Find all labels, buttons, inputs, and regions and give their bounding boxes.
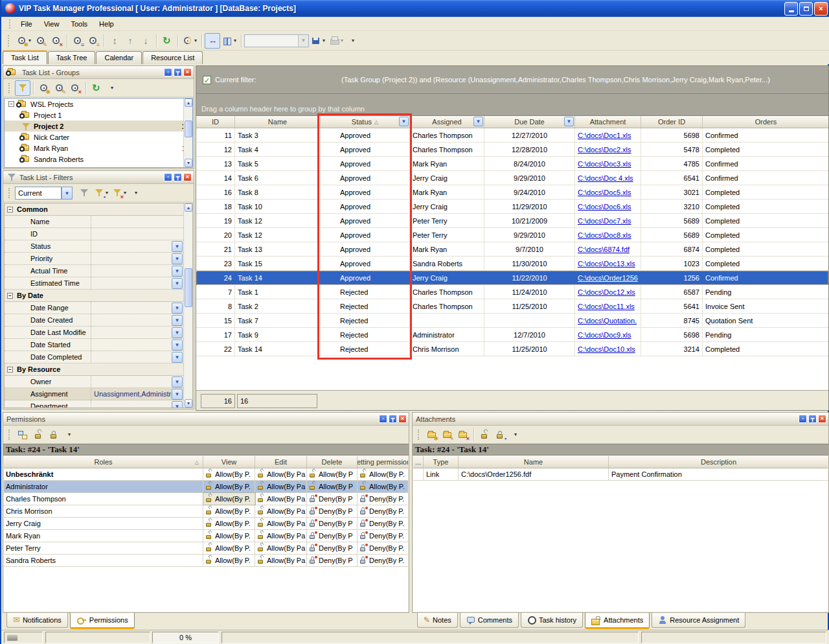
permission-row[interactable]: UnbeschränktAllow(By P.Allow(By PaAllow(… xyxy=(4,468,408,481)
attachment-column-header-[interactable]: ... xyxy=(413,456,424,468)
column-header-assigned[interactable]: Assigned▼ xyxy=(410,116,484,128)
permissions-pin-icon[interactable]: ┳ xyxy=(389,415,397,423)
menu-help[interactable]: Help xyxy=(93,18,120,30)
group-by-bar[interactable]: Drag a column header here to group by th… xyxy=(196,94,829,116)
filter-value[interactable] xyxy=(91,277,172,289)
section-expander-icon[interactable]: − xyxy=(7,207,13,213)
filters-scrollbar[interactable]: ▲ ▼ xyxy=(183,203,192,408)
chevron-down-icon[interactable]: ▼ xyxy=(172,389,183,400)
perm-column-header-roles[interactable]: Roles△ xyxy=(4,456,203,468)
groups-close-icon[interactable]: × xyxy=(183,68,192,76)
filter-row-status[interactable]: Status▼ xyxy=(5,240,192,253)
column-header-id[interactable]: ID xyxy=(196,116,235,128)
permission-row[interactable]: Charles ThompsonAllow(By P.Allow(By PaDe… xyxy=(4,493,408,505)
filter-row-assignment[interactable]: AssignmentUnassignment,Administrator,(▼ xyxy=(5,388,192,400)
task-row[interactable]: 11Task 3ApprovedCharles Thompson12/27/20… xyxy=(196,128,828,143)
filter-value[interactable]: Unassignment,Administrator,( xyxy=(91,388,172,400)
permission-cell[interactable]: Allow(By Pa xyxy=(255,505,307,517)
permissions-close-icon[interactable]: × xyxy=(398,415,407,423)
tab-resource-list[interactable]: Resource List xyxy=(142,51,203,64)
chevron-down-icon[interactable]: ▼ xyxy=(172,376,183,387)
permission-cell[interactable]: Allow(By P xyxy=(307,468,358,480)
more-buttons-button[interactable]: ▾ xyxy=(345,33,361,49)
filter-row-estimated-time[interactable]: Estimated Time▼ xyxy=(5,277,192,290)
permission-cell[interactable]: Allow(By Pa xyxy=(255,530,307,542)
permission-row[interactable]: Sandra RobertsAllow(By P.Allow(By PaDeny… xyxy=(4,555,408,567)
task-details-button[interactable]: ≡ xyxy=(70,33,85,49)
scroll-up-icon[interactable]: ▲ xyxy=(185,203,192,212)
attachment-link[interactable]: C:\docs\6874.fdf xyxy=(578,246,630,253)
column-header-attachment[interactable]: Attachment xyxy=(575,116,641,128)
columns-button[interactable]: ▾ xyxy=(220,33,238,49)
filter-by-group-button[interactable] xyxy=(15,80,30,96)
attachment-link[interactable]: C:\docs\Doc8.xls xyxy=(578,231,631,239)
tree-item-sandra-roberts[interactable]: Sandra Roberts0 xyxy=(5,154,192,165)
edit-attachment-button[interactable]: ✎ xyxy=(440,427,455,443)
bottom-tab-notifications[interactable]: ✉Notifications xyxy=(6,613,68,628)
attachment-link[interactable]: C:\docs\Doc2.xls xyxy=(578,146,631,154)
attachment-link[interactable]: C:\docs\Doc12.xls xyxy=(578,288,635,296)
filters-pin-icon[interactable]: ┳ xyxy=(174,173,182,181)
tab-task-tree[interactable]: Task Tree xyxy=(48,51,96,64)
export-button[interactable]: ▾ xyxy=(309,33,327,49)
fit-columns-button[interactable] xyxy=(205,33,220,49)
attachment-row[interactable]: LinkC:\docs\Order1256.fdfPayment Confirm… xyxy=(413,468,828,481)
task-row[interactable]: 12Task 4ApprovedCharles Thompson12/28/20… xyxy=(196,143,828,157)
close-button[interactable]: × xyxy=(814,2,828,16)
more-permission-buttons-button[interactable]: ▾ xyxy=(62,427,77,443)
bottom-tab-comments[interactable]: Comments xyxy=(460,613,519,628)
chevron-down-icon[interactable]: ▼ xyxy=(172,303,183,314)
delete-group-button[interactable]: × xyxy=(67,80,83,96)
filter-value[interactable] xyxy=(91,228,192,240)
delete-task-button[interactable]: × xyxy=(49,33,64,49)
new-group-button[interactable]: ✱ xyxy=(36,80,52,96)
task-row[interactable]: 21Task 13ApprovedMark Ryan9/7/2010C:\doc… xyxy=(196,242,828,257)
filter-dropdown-icon[interactable]: ▼ xyxy=(564,117,574,126)
permission-cell[interactable]: Allow(By Pa xyxy=(255,555,307,566)
scroll-thumb[interactable] xyxy=(185,268,192,307)
attachment-link[interactable]: C:\docs\Doc9.xls xyxy=(578,331,631,339)
task-row[interactable]: 8Task 2RejectedCharles Thompson11/25/201… xyxy=(196,299,828,314)
filter-row-name[interactable]: Name xyxy=(5,216,192,228)
edit-group-button[interactable]: ✎ xyxy=(52,80,67,96)
scroll-thumb[interactable] xyxy=(185,121,192,137)
permission-cell[interactable]: Deny(By P xyxy=(307,493,358,505)
permission-cell[interactable]: Allow(By P. xyxy=(203,493,255,505)
permission-cell[interactable]: Allow(By P. xyxy=(358,468,408,480)
permission-cell[interactable]: Allow(By P. xyxy=(203,505,255,517)
filter-row-id[interactable]: ID xyxy=(5,228,192,240)
filter-dropdown-icon[interactable]: ▼ xyxy=(399,117,409,126)
scroll-down-icon[interactable]: ▼ xyxy=(185,159,192,167)
task-row[interactable]: 13Task 5ApprovedMark Ryan8/24/2010C:\doc… xyxy=(196,157,828,171)
filter-row-department[interactable]: Department▼ xyxy=(5,400,192,408)
delete-attachment-button[interactable]: × xyxy=(455,427,471,443)
chevron-down-icon[interactable]: ▼ xyxy=(172,315,183,326)
chevron-down-icon[interactable]: ▼ xyxy=(172,401,183,409)
chevron-down-icon[interactable]: ▼ xyxy=(172,352,183,363)
apply-filter-button[interactable] xyxy=(76,185,92,201)
permission-row[interactable]: AdministratorAllow(By P.Allow(By PaAllow… xyxy=(4,481,408,493)
more-filter-buttons-button[interactable]: ▾ xyxy=(128,185,144,201)
attachment-column-header-type[interactable]: Type xyxy=(424,456,459,468)
chevron-down-icon[interactable]: ▼ xyxy=(172,327,183,338)
attachment-link[interactable]: C:\docs\Quotation. xyxy=(578,317,637,325)
attachment-link[interactable]: C:\docs\Doc 4.xls xyxy=(578,174,633,182)
attachment-column-header-name[interactable]: Name xyxy=(459,456,609,468)
permission-row[interactable]: Chris MorrisonAllow(By P.Allow(By PaDeny… xyxy=(4,505,408,518)
attachments-close-icon[interactable]: × xyxy=(818,415,826,423)
chevron-down-icon[interactable]: ▼ xyxy=(172,339,183,351)
filter-value[interactable] xyxy=(91,240,172,252)
filter-value[interactable] xyxy=(91,400,172,408)
permission-cell[interactable]: Allow(By P. xyxy=(203,468,255,480)
save-filter-button[interactable]: ▪▾ xyxy=(92,185,110,201)
tree-item-wsl-projects[interactable]: −WSL Projects0 xyxy=(5,98,192,109)
tree-item-nick-carter[interactable]: Nick Carter1 xyxy=(5,132,192,143)
more-attachment-buttons-button[interactable]: ▾ xyxy=(508,427,523,443)
filter-preset-combobox[interactable]: Current xyxy=(15,187,62,200)
permission-cell[interactable]: Deny(By P. xyxy=(358,518,408,529)
permission-row[interactable]: Peter TerryAllow(By P.Allow(By PaDeny(By… xyxy=(4,542,408,555)
task-row[interactable]: 16Task 8ApprovedMark Ryan9/24/2010C:\doc… xyxy=(196,185,828,200)
task-row[interactable]: 19Task 12ApprovedPeter Terry10/21/2009C:… xyxy=(196,214,828,228)
chevron-down-icon[interactable]: ▼ xyxy=(172,266,183,277)
attachment-link[interactable]: C:\docs\Doc1.xls xyxy=(578,132,631,139)
